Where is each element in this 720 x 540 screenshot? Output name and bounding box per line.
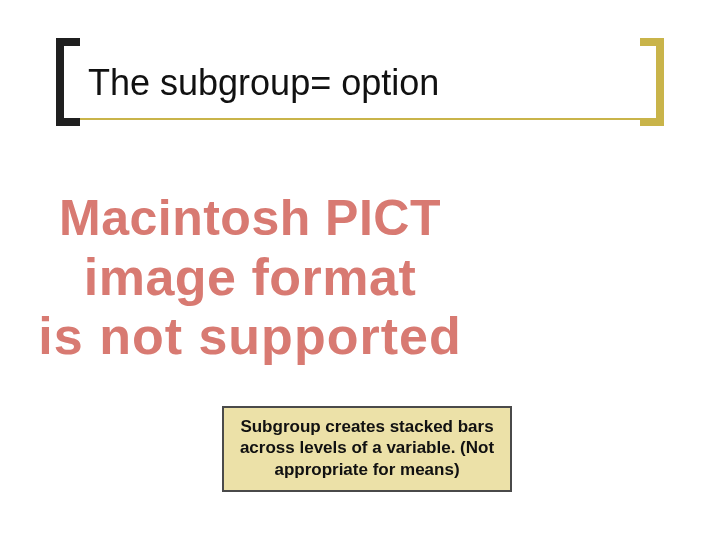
- error-line-1: Macintosh PICT: [0, 190, 500, 248]
- title-underline: [80, 118, 640, 120]
- image-error-message: Macintosh PICT image format is not suppo…: [0, 190, 500, 367]
- error-line-2: image format: [0, 248, 500, 308]
- caption-box: Subgroup creates stacked bars across lev…: [222, 406, 512, 492]
- title-bracket-left: [56, 38, 80, 126]
- caption-text: Subgroup creates stacked bars across lev…: [240, 417, 494, 479]
- title-bracket-right: [640, 38, 664, 126]
- error-line-3: is not supported: [0, 307, 500, 367]
- slide-title: The subgroup= option: [88, 62, 439, 104]
